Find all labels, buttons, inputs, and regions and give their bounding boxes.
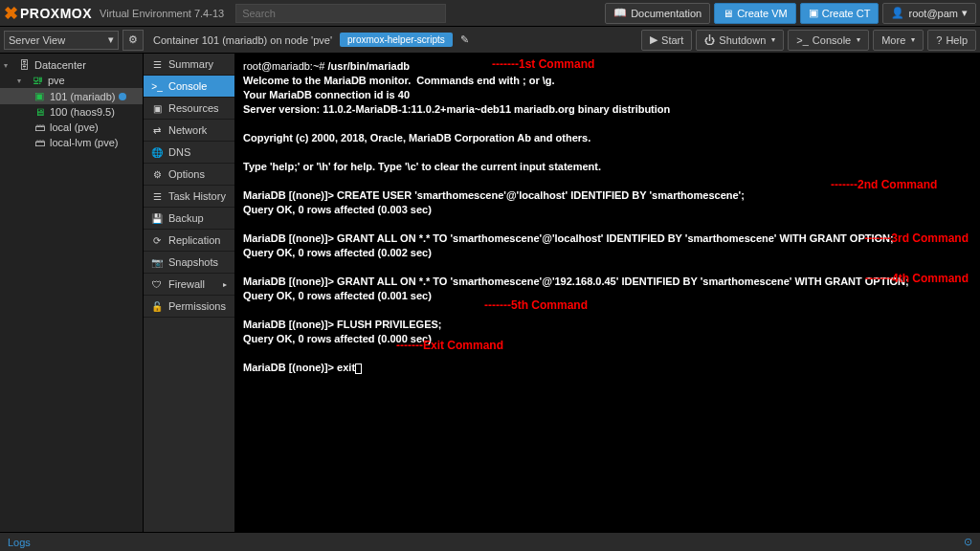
tab-label: Replication [168,234,220,246]
tree-storage-local[interactable]: 🗃local (pve) [0,120,143,135]
annotation-exit: -------Exit Command [396,339,503,352]
tree-ct-101[interactable]: ▣101 (mariadb) [0,88,143,104]
cube-icon: ▣ [809,7,818,19]
play-icon: ▶ [650,33,657,46]
tree-label: pve [48,75,65,86]
tab-backup[interactable]: 💾Backup [144,208,234,230]
annotation-3rd: -------3rd Command [864,231,969,245]
user-icon: 👤 [891,7,904,19]
terminal-icon: >_ [796,34,809,46]
tab-label: Backup [168,212,204,224]
caret-icon: ▾ [4,61,13,70]
tab-resources[interactable]: ▣Resources [144,98,234,120]
tree-node-pve[interactable]: ▾🖳pve [0,73,143,88]
shutdown-label: Shutdown [719,34,766,46]
start-button[interactable]: ▶Start [641,30,692,51]
book-icon: 📖 [613,7,627,19]
tab-permissions[interactable]: 🔓Permissions [144,296,234,318]
env-label: Virtual Environment 7.4-13 [100,8,224,19]
shield-icon: 🛡 [151,279,163,290]
console-line: Your MariaDB connection id is 40 [243,89,410,100]
tab-dns[interactable]: 🌐DNS [144,142,234,164]
console-label: Console [813,34,851,46]
edit-icon[interactable]: ✎ [460,33,469,46]
console-panel[interactable]: root@mariadb:~# /usr/bin/mariadb Welcome… [235,54,980,532]
settings-button[interactable]: ⚙ [122,30,144,51]
search-input[interactable] [235,4,446,23]
chevron-down-icon: ▾ [771,35,775,44]
help-button[interactable]: ?Help [927,30,976,51]
tab-replication[interactable]: ⟳Replication [144,230,234,252]
lock-icon: 🔓 [151,301,163,312]
console-line: MariaDB [(none)]> FLUSH PRIVILEGES; [243,319,442,330]
console-line: MariaDB [(none)]> exit [243,362,355,373]
create-vm-button[interactable]: 🖥Create VM [714,3,796,24]
shutdown-button[interactable]: ⏻Shutdown▾ [696,30,784,51]
toolbar: Server View▾ ⚙ Container 101 (mariadb) o… [0,27,980,54]
tree-label: 101 (mariadb) [50,91,115,102]
view-selector[interactable]: Server View▾ [4,31,119,50]
logo: ✖ PROXMOX [4,3,92,24]
tab-network[interactable]: ⇄Network [144,120,234,142]
annotation-5th: -------5th Command [484,298,588,312]
console-button[interactable]: >_Console▾ [788,30,869,51]
container-icon: ▣ [33,90,46,102]
annotation-4th: -------4th Command [865,272,969,285]
tree-vm-100[interactable]: 🖥100 (haos9.5) [0,104,143,120]
user-menu[interactable]: 👤root@pam ▾ [882,3,976,24]
tab-firewall[interactable]: 🛡Firewall▸ [144,274,234,296]
tag-dot-icon [119,93,126,100]
save-icon: 💾 [151,213,163,224]
collapse-icon[interactable]: ⊙ [964,536,972,548]
console-line: Copyright (c) 2000, 2018, Oracle, MariaD… [243,132,590,143]
chevron-right-icon: ▸ [223,280,227,289]
create-ct-button[interactable]: ▣Create CT [800,3,880,24]
documentation-button[interactable]: 📖Documentation [605,3,710,24]
start-label: Start [661,34,683,46]
node-icon: 🖳 [31,75,44,86]
terminal-icon: >_ [151,81,163,92]
tab-label: Task History [168,190,226,202]
logo-text: PROXMOX [20,6,92,21]
tab-console[interactable]: >_Console [144,76,234,98]
disk-icon: 🗃 [33,121,46,133]
annotation-2nd: -------2nd Command [831,178,937,191]
logs-label: Logs [8,537,31,548]
server-icon: 🗄 [17,59,31,71]
monitor-icon: 🖥 [723,8,733,19]
console-line: Server version: 11.0.2-MariaDB-1:11.0.2+… [243,103,670,115]
create-vm-label: Create VM [737,8,788,19]
camera-icon: 📷 [151,257,163,268]
chevron-down-icon: ▾ [911,35,915,44]
sync-icon: ⟳ [151,235,163,246]
tree-storage-locallvm[interactable]: 🗃local-lvm (pve) [0,135,143,150]
network-icon: ⇄ [151,125,163,136]
tab-task-history[interactable]: ☰Task History [144,186,234,208]
gear-icon: ⚙ [128,33,138,46]
create-ct-label: Create CT [822,8,871,19]
tab-snapshots[interactable]: 📷Snapshots [144,252,234,274]
tag-badge[interactable]: proxmox-helper-scripts [340,33,453,47]
tab-options[interactable]: ⚙Options [144,164,234,186]
console-line: MariaDB [(none)]> GRANT ALL ON *.* TO 's… [243,276,909,287]
tab-label: Permissions [168,300,226,312]
console-line: Welcome to the MariaDB monitor. Commands… [243,75,555,86]
user-label: root@pam [908,8,958,19]
console-line: MariaDB [(none)]> GRANT ALL ON *.* TO 's… [243,232,894,244]
prompt: root@mariadb:~# [243,60,328,72]
tree-label: Datacenter [34,59,86,71]
tab-label: Summary [168,58,213,70]
more-button[interactable]: More▾ [873,30,924,51]
tab-label: Options [168,168,205,180]
gear-icon: ⚙ [151,169,163,180]
cube-icon: ▣ [151,103,163,114]
caret-icon: ▾ [17,77,27,85]
tree-datacenter[interactable]: ▾🗄Datacenter [0,57,143,73]
tab-label: Firewall [168,278,205,290]
logo-icon: ✖ [4,3,18,24]
console-line: Query OK, 0 rows affected (0.002 sec) [243,247,432,258]
tree-label: 100 (haos9.5) [50,106,115,118]
logs-bar[interactable]: Logs ⊙ [0,532,980,551]
console-line: Query OK, 0 rows affected (0.001 sec) [243,290,432,301]
tab-summary[interactable]: ☰Summary [144,54,234,76]
